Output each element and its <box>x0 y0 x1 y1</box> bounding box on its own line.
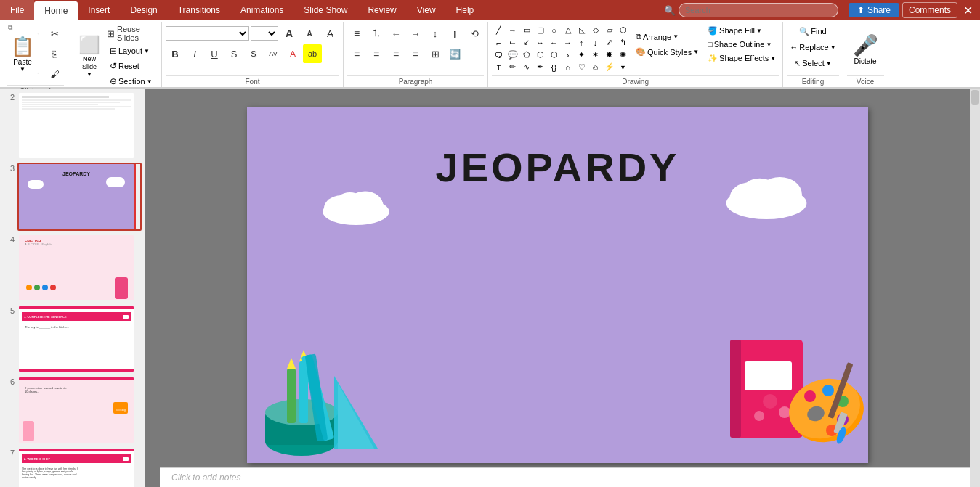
shape-callout-rect[interactable]: 🗨 <box>492 49 506 61</box>
arrange-button[interactable]: ⧉ Arrange ▼ <box>633 30 702 44</box>
search-input[interactable] <box>679 3 838 17</box>
shape-star8[interactable]: ✸ <box>602 49 616 61</box>
shape-pentagon[interactable]: ⬠ <box>519 49 533 61</box>
shape-burst[interactable]: ✺ <box>616 49 630 61</box>
shape-effects-button[interactable]: ✨ Shape Effects ▼ <box>705 52 779 65</box>
font-name-select[interactable] <box>166 26 249 41</box>
right-scrollbar[interactable] <box>970 89 980 487</box>
shape-line[interactable]: ╱ <box>492 24 506 36</box>
shape-bracket[interactable]: {} <box>547 61 561 73</box>
highlight-button[interactable]: ab <box>303 44 322 63</box>
tab-help[interactable]: Help <box>446 0 485 20</box>
shape-hexagon[interactable]: ⬡ <box>533 49 547 61</box>
align-center-button[interactable]: ≡ <box>367 44 386 63</box>
tab-file[interactable]: File <box>0 0 34 20</box>
text-direction-button[interactable]: ⟲ <box>465 24 484 43</box>
shape-bent-arrow[interactable]: ↙ <box>519 36 533 49</box>
quick-styles-button[interactable]: 🎨 Quick Styles ▼ <box>633 45 702 60</box>
shadow-button[interactable]: S <box>244 44 263 63</box>
slide-item-4[interactable]: 4 ENGLISH A-B-C-D-E... English <box>3 234 142 302</box>
dictate-button[interactable]: 🎤 Dictate <box>847 29 884 70</box>
underline-button[interactable]: U <box>205 44 224 63</box>
slide-item-7[interactable]: 7 2. WHERE IS SHE? She went to a place t… <box>3 447 142 487</box>
shape-rounded-rect[interactable]: ▢ <box>533 24 547 36</box>
slide-item-3[interactable]: 3 JEOPARDY <box>3 163 142 231</box>
font-clear-button[interactable]: A̶ <box>320 24 339 43</box>
slide-item-2[interactable]: 2 <box>3 91 142 160</box>
cut-button[interactable]: ✂ <box>45 24 64 43</box>
shape-double-arrow[interactable]: ↔ <box>533 36 547 49</box>
shape-up-arrow[interactable]: ↑ <box>575 36 588 49</box>
shape-callout-round[interactable]: 💬 <box>506 49 519 61</box>
align-right-button[interactable]: ≡ <box>386 44 405 63</box>
shape-text-box[interactable]: T <box>492 61 506 73</box>
copy-button[interactable]: ⎘ <box>45 44 64 63</box>
font-shrink-button[interactable]: A <box>300 24 319 43</box>
comments-button[interactable]: Comments <box>902 2 957 18</box>
shape-star6[interactable]: ✶ <box>588 49 602 61</box>
window-close-icon[interactable]: ✕ <box>960 4 976 17</box>
line-spacing-button[interactable]: ↕ <box>426 24 445 43</box>
shape-fill-button[interactable]: 🪣 Shape Fill ▼ <box>705 24 779 37</box>
shape-brace[interactable]: ⌂ <box>561 61 575 73</box>
shape-circle[interactable]: ○ <box>547 24 561 36</box>
shape-star5[interactable]: ⌙ <box>506 36 519 49</box>
shape-outline-button[interactable]: □ Shape Outline ▼ <box>705 38 779 51</box>
shape-freeform[interactable]: ✏ <box>506 61 519 73</box>
layout-button[interactable]: ⊟ Layout ▼ <box>107 44 158 58</box>
reuse-slides-button[interactable]: ⊞ Reuse Slides <box>107 24 158 43</box>
shape-rect[interactable]: ▭ <box>519 24 533 36</box>
smart-art-button[interactable]: ⊞ <box>426 44 445 63</box>
bold-button[interactable]: B <box>166 44 185 63</box>
shape-more[interactable]: ▼ <box>616 61 630 73</box>
shape-bent-up-arrow[interactable]: ↰ <box>616 36 630 49</box>
shape-right-triangle[interactable]: ◺ <box>575 24 588 36</box>
align-left-button[interactable]: ≡ <box>347 44 366 63</box>
tab-animations[interactable]: Animations <box>230 0 293 20</box>
decrease-indent-button[interactable]: ← <box>386 24 405 43</box>
tab-slideshow[interactable]: Slide Show <box>293 0 357 20</box>
reset-button[interactable]: ↺ Reset <box>107 59 158 73</box>
tab-review[interactable]: Review <box>357 0 406 20</box>
tab-view[interactable]: View <box>407 0 446 20</box>
shape-heart[interactable]: ♡ <box>575 61 588 73</box>
font-color-button[interactable]: A <box>283 44 302 63</box>
shape-diamond[interactable]: ◇ <box>588 24 602 36</box>
slide-item-5[interactable]: 5 1. COMPLETE THE SENTENCE The boy is __… <box>3 305 142 373</box>
shape-l-shape[interactable]: ⌐ <box>492 36 506 49</box>
slide-item-6[interactable]: 6 If your mother learned how to do 10 di… <box>3 376 142 444</box>
increase-indent-button[interactable]: → <box>406 24 425 43</box>
format-painter-button[interactable]: 🖌 <box>45 65 64 83</box>
tab-insert[interactable]: Insert <box>78 0 120 20</box>
shape-left-arrow[interactable]: ← <box>547 36 561 49</box>
shape-parallelogram[interactable]: ▱ <box>602 24 616 36</box>
shape-quad-arrow[interactable]: ⤢ <box>602 36 616 49</box>
justify-button[interactable]: ≡ <box>406 44 425 63</box>
font-size-select[interactable] <box>251 26 278 41</box>
bullets-button[interactable]: ≡ <box>347 24 366 43</box>
shape-octagon[interactable]: ⬡ <box>547 49 561 61</box>
shape-arrow-line[interactable]: → <box>506 24 519 36</box>
tab-transitions[interactable]: Transitions <box>168 0 230 20</box>
strikethrough-button[interactable]: S <box>224 44 243 63</box>
char-spacing-button[interactable]: AV <box>264 44 283 63</box>
slide-title[interactable]: JEOPARDY <box>436 144 680 191</box>
select-button[interactable]: ↖ Select ▼ <box>791 56 835 70</box>
shape-curve[interactable]: ∿ <box>519 61 533 73</box>
new-slide-button[interactable]: ⬜ NewSlide ▼ <box>74 36 105 77</box>
replace-button[interactable]: ↔ Replace ▼ <box>787 40 838 54</box>
font-grow-button[interactable]: A <box>280 24 299 43</box>
shape-scribble[interactable]: ✒ <box>533 61 547 73</box>
shape-chevron[interactable]: › <box>561 49 575 61</box>
shape-triangle[interactable]: △ <box>561 24 575 36</box>
convert-smartart-button[interactable]: 🔄 <box>445 44 464 63</box>
italic-button[interactable]: I <box>185 44 204 63</box>
columns-button[interactable]: ⫿ <box>445 24 464 43</box>
paste-button[interactable]: 📋 Paste ▼ <box>7 33 39 74</box>
clipboard-expand-icon[interactable]: ⧉ <box>8 24 12 32</box>
section-button[interactable]: ⊖ Section ▼ <box>107 74 158 89</box>
notes-bar[interactable]: Click to add notes <box>160 467 970 487</box>
tab-design[interactable]: Design <box>120 0 167 20</box>
numbering-button[interactable]: ⒈ <box>367 24 386 43</box>
shape-star4[interactable]: ✦ <box>575 49 588 61</box>
